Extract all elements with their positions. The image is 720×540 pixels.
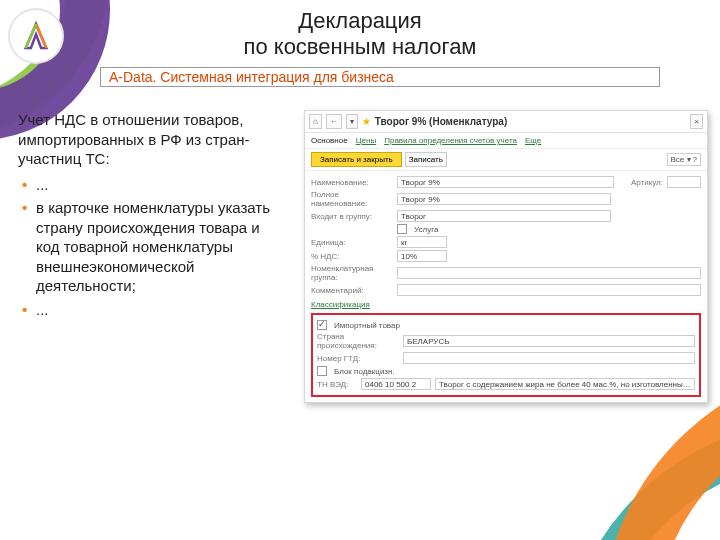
nds-label: % НДС: [311, 252, 393, 261]
gtd-label: Номер ГТД: [317, 354, 399, 363]
group-input[interactable]: Творог [397, 210, 611, 222]
article-label: Артикул: [618, 178, 663, 187]
excise-checkbox[interactable] [317, 366, 327, 376]
bullet-1: ... [22, 175, 278, 195]
help-button[interactable]: ? [693, 155, 697, 164]
home-button[interactable]: ⌂ [309, 114, 322, 129]
classification-link[interactable]: Классификация [311, 298, 701, 311]
name-label: Наименование: [311, 178, 393, 187]
star-icon[interactable]: ★ [362, 116, 371, 127]
comment-input[interactable] [397, 284, 701, 296]
save-close-button[interactable]: Записать и закрыть [311, 152, 402, 167]
tab-more[interactable]: Еще [525, 136, 541, 145]
tnved-desc: Творог с содержанием жира не более 40 ма… [435, 378, 695, 390]
slide-title: Декларация по косвенным налогам [0, 0, 720, 61]
title-line2: по косвенным налогам [244, 34, 477, 59]
history-dropdown[interactable]: ▾ [346, 114, 358, 129]
service-checkbox[interactable] [397, 224, 407, 234]
tab-prices[interactable]: Цены [356, 136, 377, 145]
more-menu[interactable]: Все ▾ [671, 155, 691, 164]
action-bar: Записать и закрыть Записать Все ▾ ? [305, 149, 707, 171]
origin-label: Страна происхождения: [317, 332, 399, 350]
group-label: Входит в группу: [311, 212, 393, 221]
gtd-input[interactable] [403, 352, 695, 364]
window-title: Творог 9% (Номенклатура) [375, 116, 507, 127]
back-button[interactable]: ← [326, 114, 342, 129]
fullname-label: Полное наименование: [311, 190, 393, 208]
app-window: ⌂ ← ▾ ★ Творог 9% (Номенклатура) × Основ… [304, 110, 708, 403]
nds-input[interactable]: 10% [397, 250, 447, 262]
bullet-2: в карточке номенклатуры указать страну п… [22, 198, 278, 296]
comment-label: Комментарий: [311, 286, 393, 295]
import-label: Импортный товар [334, 321, 400, 330]
tnved-code-input[interactable]: 0406 10 500 2 [361, 378, 431, 390]
slide-body: Учет НДС в отношении товаров, импортиров… [18, 110, 278, 323]
tab-bar: Основное Цены Правила определения счетов… [305, 133, 707, 149]
pricegroup-label: Номенклатурная группа: [311, 264, 393, 282]
form-body: Наименование: Творог 9% Артикул: Полное … [305, 171, 707, 402]
body-heading: Учет НДС в отношении товаров, импортиров… [18, 110, 278, 169]
subtitle-text: A-Data. Системная интеграция для бизнеса [109, 69, 394, 85]
highlight-box: Импортный товар Страна происхождения: БЕ… [311, 313, 701, 397]
unit-input[interactable]: кг [397, 236, 447, 248]
unit-label: Единица: [311, 238, 393, 247]
window-toolbar: ⌂ ← ▾ ★ Творог 9% (Номенклатура) × [305, 111, 707, 133]
import-checkbox[interactable] [317, 320, 327, 330]
bg-arc-teal [560, 420, 720, 540]
adata-logo [10, 10, 62, 62]
bullet-3: ... [22, 300, 278, 320]
article-input[interactable] [667, 176, 701, 188]
service-text: Услуга [414, 225, 438, 234]
name-input[interactable]: Творог 9% [397, 176, 614, 188]
logo-a-icon [19, 19, 53, 53]
fullname-input[interactable]: Творог 9% [397, 193, 611, 205]
save-button[interactable]: Записать [405, 152, 447, 167]
pricegroup-input[interactable] [397, 267, 701, 279]
origin-input[interactable]: БЕЛАРУСЬ [403, 335, 695, 347]
subtitle-bar: A-Data. Системная интеграция для бизнеса [100, 67, 660, 87]
tnved-label: ТН ВЭД: [317, 380, 357, 389]
close-button[interactable]: × [690, 114, 703, 129]
tab-main[interactable]: Основное [311, 136, 348, 145]
tab-rules[interactable]: Правила определения счетов учета [384, 136, 517, 145]
excise-label: Блок подакцизн. [334, 367, 395, 376]
title-line1: Декларация [298, 8, 421, 33]
